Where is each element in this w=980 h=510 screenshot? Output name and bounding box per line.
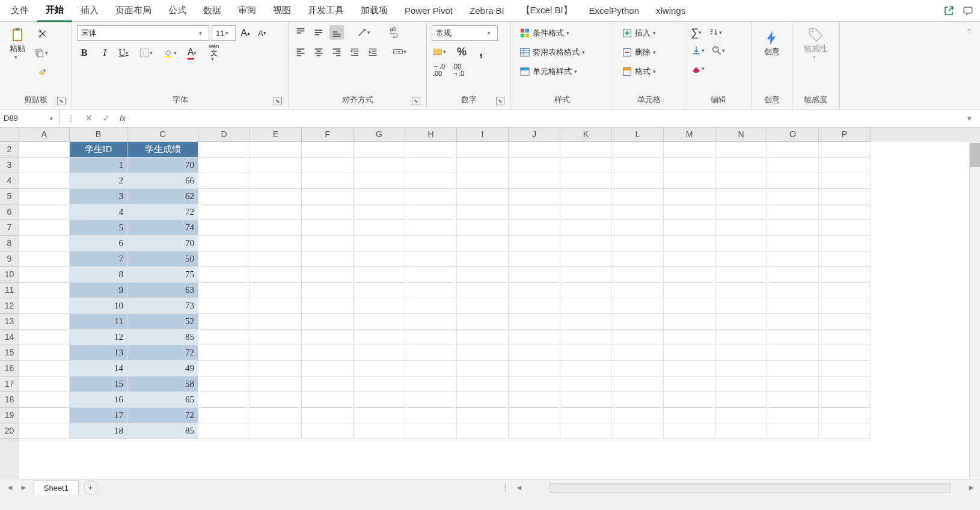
cell-G10[interactable] [354, 267, 405, 283]
font-name-select[interactable]: 宋体▾ [77, 25, 209, 41]
cell-N20[interactable] [715, 423, 767, 439]
row-header-4[interactable]: 4 [0, 173, 19, 189]
cell-F7[interactable] [302, 220, 354, 236]
cell-F10[interactable] [302, 267, 354, 283]
cell-K6[interactable] [560, 204, 612, 220]
cell-F15[interactable] [302, 345, 354, 361]
cell-N10[interactable] [715, 267, 767, 283]
cell-D17[interactable] [198, 376, 250, 392]
underline-button[interactable]: U▾ [118, 46, 132, 60]
cell-B15[interactable]: 13 [70, 345, 127, 361]
cell-G20[interactable] [354, 423, 405, 439]
wrap-text-button[interactable]: ab [386, 25, 400, 40]
cell-O11[interactable] [767, 283, 819, 298]
cell-E16[interactable] [250, 361, 302, 376]
vertical-scrollbar[interactable] [969, 142, 980, 479]
cell-G12[interactable] [354, 298, 405, 314]
cell-H4[interactable] [405, 173, 457, 189]
cell-A4[interactable] [19, 173, 70, 189]
tab-dev[interactable]: 开发工具 [299, 0, 352, 21]
cell-H17[interactable] [405, 376, 457, 392]
cell-H11[interactable] [405, 283, 457, 298]
cell-I2[interactable] [457, 142, 509, 158]
cell-N16[interactable] [715, 361, 767, 376]
row-header-7[interactable]: 7 [0, 220, 19, 236]
cell-O13[interactable] [767, 314, 819, 330]
cell-C20[interactable]: 85 [127, 423, 198, 439]
cell-L9[interactable] [612, 251, 664, 267]
cell-H5[interactable] [405, 189, 457, 204]
cell-K18[interactable] [560, 392, 612, 408]
cell-E10[interactable] [250, 267, 302, 283]
cell-F17[interactable] [302, 376, 354, 392]
cell-O15[interactable] [767, 345, 819, 361]
cell-I15[interactable] [457, 345, 509, 361]
cell-M12[interactable] [664, 298, 715, 314]
cell-A11[interactable] [19, 283, 70, 298]
cell-P10[interactable] [819, 267, 871, 283]
cell-F5[interactable] [302, 189, 354, 204]
cell-J10[interactable] [509, 267, 560, 283]
cell-A13[interactable] [19, 314, 70, 330]
cell-J14[interactable] [509, 330, 560, 345]
align-dialog-launcher[interactable]: ⬊ [412, 97, 420, 105]
cell-J12[interactable] [509, 298, 560, 314]
cut-button[interactable] [34, 26, 52, 41]
cell-K11[interactable] [560, 283, 612, 298]
cell-E4[interactable] [250, 173, 302, 189]
cell-G19[interactable] [354, 408, 405, 423]
cell-N11[interactable] [715, 283, 767, 298]
cell-O18[interactable] [767, 392, 819, 408]
row-header-11[interactable]: 11 [0, 283, 19, 298]
cell-G18[interactable] [354, 392, 405, 408]
cell-G9[interactable] [354, 251, 405, 267]
cell-A8[interactable] [19, 236, 70, 251]
cell-G17[interactable] [354, 376, 405, 392]
format-painter-button[interactable] [34, 65, 52, 79]
cell-P5[interactable] [819, 189, 871, 204]
cell-G5[interactable] [354, 189, 405, 204]
cell-K4[interactable] [560, 173, 612, 189]
cell-P3[interactable] [819, 158, 871, 173]
cell-F6[interactable] [302, 204, 354, 220]
cell-D2[interactable] [198, 142, 250, 158]
cell-K17[interactable] [560, 376, 612, 392]
cell-H3[interactable] [405, 158, 457, 173]
cell-H13[interactable] [405, 314, 457, 330]
fb-options-icon[interactable]: ⋮ [67, 114, 75, 123]
cell-P6[interactable] [819, 204, 871, 220]
fill-color-button[interactable]: ▾ [162, 46, 180, 60]
cell-H7[interactable] [405, 220, 457, 236]
fill-button[interactable]: ▾ [690, 43, 708, 58]
comma-button[interactable]: , [474, 45, 488, 59]
cell-A10[interactable] [19, 267, 70, 283]
cell-O3[interactable] [767, 158, 819, 173]
cell-D15[interactable] [198, 345, 250, 361]
cell-A7[interactable] [19, 220, 70, 236]
cell-A2[interactable] [19, 142, 70, 158]
cell-L14[interactable] [612, 330, 664, 345]
tab-zebrabi[interactable]: Zebra BI [461, 1, 513, 20]
cell-J2[interactable] [509, 142, 560, 158]
cell-O17[interactable] [767, 376, 819, 392]
cell-B2[interactable]: 学生ID [70, 142, 127, 158]
cell-H14[interactable] [405, 330, 457, 345]
number-format-select[interactable]: 常规▾ [432, 25, 498, 41]
cell-I6[interactable] [457, 204, 509, 220]
column-header-I[interactable]: I [457, 127, 509, 142]
cell-N8[interactable] [715, 236, 767, 251]
row-header-5[interactable]: 5 [0, 189, 19, 204]
cell-A15[interactable] [19, 345, 70, 361]
copy-button[interactable]: ▾ [34, 46, 52, 60]
column-header-F[interactable]: F [302, 127, 354, 142]
cell-P12[interactable] [819, 298, 871, 314]
cell-C2[interactable]: 学生成绩 [127, 142, 198, 158]
tab-addin[interactable]: 加载项 [352, 0, 396, 21]
cell-H16[interactable] [405, 361, 457, 376]
align-left-button[interactable] [293, 45, 308, 59]
cell-I16[interactable] [457, 361, 509, 376]
tab-view[interactable]: 视图 [265, 0, 299, 21]
cell-I7[interactable] [457, 220, 509, 236]
cell-B8[interactable]: 6 [70, 236, 127, 251]
cell-M14[interactable] [664, 330, 715, 345]
